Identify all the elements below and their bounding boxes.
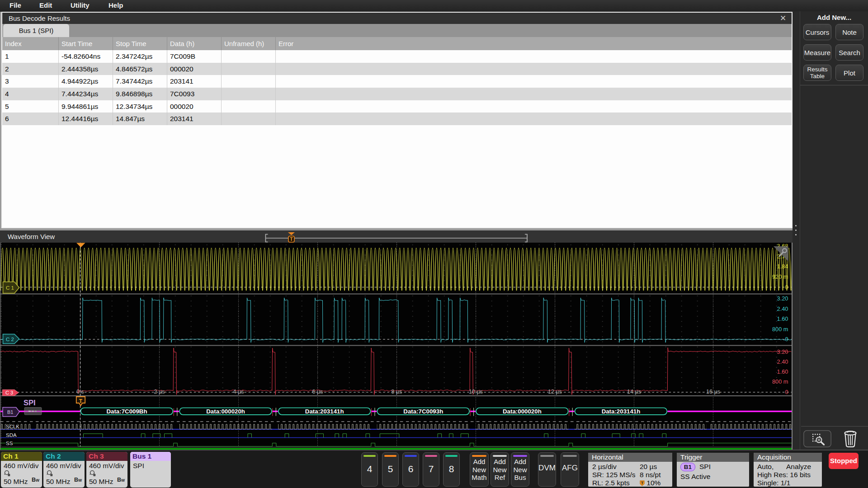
svg-text:SDA: SDA <box>6 432 17 438</box>
svg-text:SCLK: SCLK <box>6 424 19 429</box>
svg-text:12 µs: 12 µs <box>548 389 562 395</box>
svg-text:2.40: 2.40 <box>777 305 788 312</box>
svg-text:1.60: 1.60 <box>777 315 788 322</box>
svg-text:0: 0 <box>785 336 788 343</box>
svg-text:0 s: 0 s <box>76 389 84 395</box>
svg-text:14 µs: 14 µs <box>627 389 641 395</box>
svg-text:T: T <box>290 236 293 242</box>
svg-text:Data:7C009Bh: Data:7C009Bh <box>106 408 147 415</box>
svg-text:SPI: SPI <box>24 399 36 407</box>
svg-text:800 m: 800 m <box>772 326 788 333</box>
svg-text:C 3: C 3 <box>5 390 13 395</box>
svg-text:4 µs: 4 µs <box>233 389 244 395</box>
svg-text:0: 0 <box>785 389 788 395</box>
svg-text:T: T <box>79 398 83 404</box>
svg-text:920 m: 920 m <box>772 273 788 280</box>
svg-text:SS: SS <box>6 441 13 446</box>
svg-text:3.20: 3.20 <box>777 295 788 302</box>
svg-text:B1: B1 <box>7 409 13 415</box>
svg-text:Data:203141h: Data:203141h <box>305 408 344 415</box>
svg-text:T: T <box>641 481 644 485</box>
svg-text:800 m: 800 m <box>772 378 788 385</box>
svg-text:Data:7C0093h: Data:7C0093h <box>403 408 443 415</box>
svg-text:8 µs: 8 µs <box>392 389 402 395</box>
svg-text:6 µs: 6 µs <box>312 389 323 395</box>
svg-text:Data:000020h: Data:000020h <box>503 408 542 415</box>
svg-text:2.40: 2.40 <box>777 358 788 365</box>
svg-text:1.60: 1.60 <box>777 368 788 375</box>
svg-text:16 µs: 16 µs <box>706 389 720 395</box>
svg-text:10 µs: 10 µs <box>469 389 483 395</box>
svg-text:0: 0 <box>785 284 788 291</box>
svg-text:Waveform View: Waveform View <box>8 233 55 240</box>
svg-text:3.20: 3.20 <box>777 348 788 355</box>
svg-text:1.84: 1.84 <box>777 263 788 270</box>
svg-text:C 1: C 1 <box>6 285 14 291</box>
svg-text:2 µs: 2 µs <box>154 389 165 395</box>
svg-text:Data:000020h: Data:000020h <box>206 408 245 415</box>
svg-text:C 2: C 2 <box>6 337 14 342</box>
svg-text:Data:203141h: Data:203141h <box>602 408 641 415</box>
